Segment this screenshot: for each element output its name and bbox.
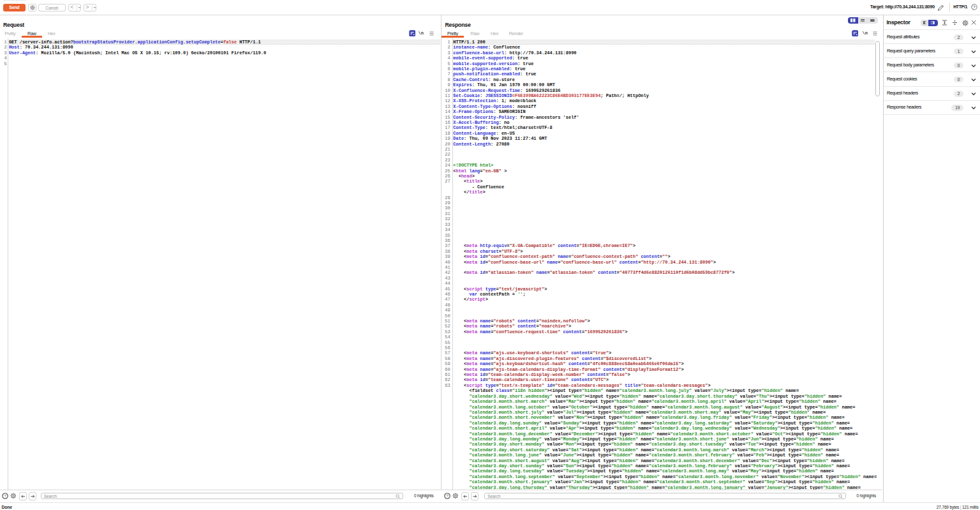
svg-text:?: ? bbox=[974, 5, 976, 9]
svg-text:?: ? bbox=[4, 494, 6, 498]
svg-text:?: ? bbox=[446, 494, 448, 498]
